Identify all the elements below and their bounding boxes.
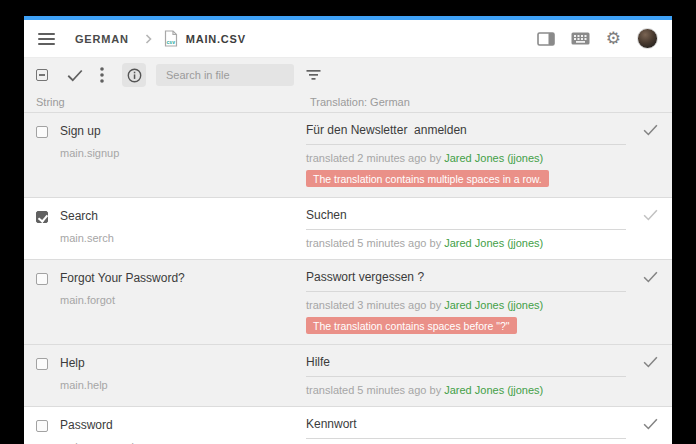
approve-check-icon[interactable] bbox=[642, 207, 659, 225]
source-string: Password bbox=[60, 418, 134, 432]
string-key: main.forgot bbox=[60, 294, 185, 306]
translation-meta: translated 5 minutes ago by Jared Jones … bbox=[306, 384, 626, 396]
row-checkbox[interactable] bbox=[36, 126, 48, 138]
select-all-checkbox-icon[interactable] bbox=[36, 69, 48, 81]
translation-underline bbox=[306, 229, 626, 230]
row-checkbox[interactable] bbox=[36, 211, 48, 223]
chevron-right-icon bbox=[145, 34, 152, 44]
search-input[interactable] bbox=[156, 64, 294, 86]
source-string: Help bbox=[60, 356, 108, 370]
translation-underline bbox=[306, 376, 626, 377]
column-header-translation: Translation: German bbox=[310, 96, 672, 108]
source-string: Search bbox=[60, 209, 114, 223]
gear-icon[interactable]: ⚙ bbox=[606, 30, 621, 47]
translator-name: Jared Jones (jjones) bbox=[444, 384, 543, 396]
warning-badge: The translation contains multiple spaces… bbox=[306, 170, 549, 187]
app-window: GERMAN csv MAIN.CSV bbox=[24, 16, 672, 444]
filter-icon[interactable] bbox=[306, 69, 321, 81]
table-row: Password main.password Kennwort translat… bbox=[24, 407, 672, 444]
row-checkbox[interactable] bbox=[36, 273, 48, 285]
translation-text[interactable]: Hilfe bbox=[306, 355, 626, 369]
translation-text[interactable]: Kennwort bbox=[306, 417, 626, 431]
info-toggle-button[interactable] bbox=[122, 63, 146, 87]
translation-text[interactable]: Passwort vergessen ? bbox=[306, 270, 626, 284]
table-row: Help main.help Hilfe translated 5 minute… bbox=[24, 345, 672, 407]
avatar[interactable] bbox=[637, 28, 658, 49]
translation-text[interactable]: Für den Newsletter anmelden bbox=[306, 123, 626, 137]
row-checkbox[interactable] bbox=[36, 358, 48, 370]
translator-name: Jared Jones (jjones) bbox=[444, 152, 543, 164]
breadcrumb-project[interactable]: GERMAN bbox=[75, 33, 129, 45]
string-key: main.help bbox=[60, 379, 108, 391]
csv-file-icon: csv bbox=[164, 30, 178, 47]
side-panel-icon[interactable] bbox=[537, 32, 555, 46]
check-icon[interactable] bbox=[66, 68, 84, 82]
source-string: Forgot Your Password? bbox=[60, 271, 185, 285]
translator-name: Jared Jones (jjones) bbox=[444, 237, 543, 249]
file-toolbar bbox=[24, 58, 672, 92]
translator-name: Jared Jones (jjones) bbox=[444, 299, 543, 311]
column-header-string: String bbox=[24, 96, 310, 108]
table-row: Search main.serch Suchen translated 5 mi… bbox=[24, 198, 672, 260]
translation-meta: translated 5 minutes ago by Jared Jones … bbox=[306, 237, 626, 249]
translation-meta: translated 3 minutes ago by Jared Jones … bbox=[306, 299, 626, 311]
warning-badge: The translation contains spaces before "… bbox=[306, 317, 517, 334]
approve-check-icon[interactable] bbox=[642, 354, 659, 372]
translation-underline bbox=[306, 438, 626, 439]
top-bar: GERMAN csv MAIN.CSV bbox=[24, 20, 672, 58]
translation-text[interactable]: Suchen bbox=[306, 208, 626, 222]
translation-underline bbox=[306, 291, 626, 292]
string-key: main.serch bbox=[60, 232, 114, 244]
hamburger-menu-icon[interactable] bbox=[38, 33, 55, 45]
string-key: main.signup bbox=[60, 147, 119, 159]
approve-check-icon[interactable] bbox=[642, 122, 659, 140]
keyboard-icon[interactable] bbox=[571, 32, 590, 45]
approve-check-icon[interactable] bbox=[642, 416, 659, 434]
translation-underline bbox=[306, 144, 626, 145]
translation-meta: translated 2 minutes ago by Jared Jones … bbox=[306, 152, 626, 164]
source-string: Sign up bbox=[60, 124, 119, 138]
table-row: Forgot Your Password? main.forgot Passwo… bbox=[24, 260, 672, 345]
approve-check-icon[interactable] bbox=[642, 269, 659, 287]
table-row: Sign up main.signup Für den Newsletter a… bbox=[24, 113, 672, 198]
kebab-menu-icon[interactable] bbox=[100, 67, 104, 83]
row-checkbox[interactable] bbox=[36, 420, 48, 432]
svg-text:csv: csv bbox=[166, 39, 175, 45]
breadcrumb-file[interactable]: MAIN.CSV bbox=[186, 33, 246, 45]
table-header: String Translation: German bbox=[24, 92, 672, 113]
